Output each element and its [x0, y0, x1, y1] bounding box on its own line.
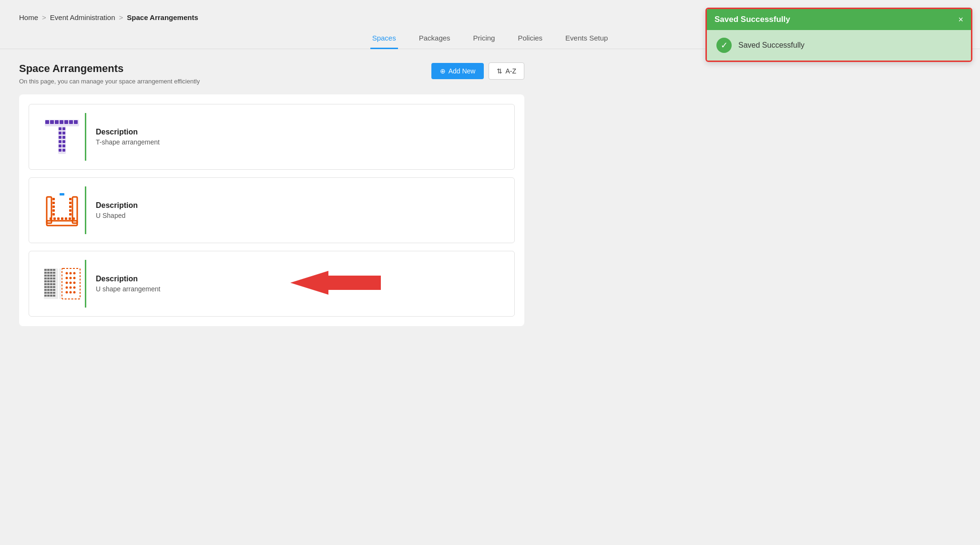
svg-rect-7 [74, 120, 78, 124]
svg-rect-47 [44, 272, 47, 274]
card-desc-2: U Shaped [96, 212, 505, 219]
u-shape-2-svg [43, 265, 81, 303]
arrangement-card[interactable]: Description T-shape arrangement [29, 104, 515, 170]
cards-container: Description T-shape arrangement [19, 94, 524, 326]
svg-rect-3 [55, 120, 59, 124]
tab-packages[interactable]: Packages [417, 29, 452, 49]
add-new-button[interactable]: ⊕ Add New [431, 63, 484, 79]
toast-close-button[interactable]: × [958, 15, 963, 24]
plus-icon: ⊕ [440, 67, 446, 75]
check-icon: ✓ [716, 38, 732, 53]
svg-rect-52 [47, 275, 50, 277]
svg-rect-78 [53, 292, 55, 294]
svg-point-89 [69, 277, 71, 279]
card-image-ushape [39, 186, 86, 234]
svg-rect-16 [62, 132, 65, 134]
svg-rect-35 [50, 217, 52, 220]
svg-rect-20 [62, 149, 65, 152]
page-header-text: Space Arrangements On this page, you can… [19, 62, 200, 85]
card-title-1: Description [96, 128, 505, 136]
svg-rect-43 [44, 269, 47, 271]
breadcrumb-event-admin[interactable]: Event Administration [50, 13, 115, 21]
page-subtitle: On this page, you can manage your space … [19, 78, 200, 85]
svg-rect-30 [69, 198, 71, 200]
svg-rect-19 [62, 144, 65, 147]
svg-rect-36 [53, 217, 56, 220]
t-shape-svg [43, 118, 81, 156]
svg-point-95 [69, 287, 71, 289]
tab-events-setup[interactable]: Events Setup [563, 29, 610, 49]
card-title-2: Description [96, 201, 505, 210]
page-wrapper: Home > Event Administration > Space Arra… [0, 0, 980, 545]
svg-rect-6 [69, 120, 73, 124]
svg-rect-10 [59, 132, 61, 134]
svg-rect-12 [59, 140, 61, 143]
svg-point-88 [65, 277, 68, 279]
svg-marker-101 [290, 271, 381, 295]
svg-rect-56 [47, 278, 50, 279]
svg-point-85 [65, 272, 68, 275]
svg-rect-64 [47, 283, 50, 285]
tab-pricing[interactable]: Pricing [471, 29, 497, 49]
svg-rect-75 [44, 292, 47, 294]
card-desc-1: T-shape arrangement [96, 138, 505, 146]
card-image-tshape [39, 113, 86, 161]
svg-rect-62 [53, 280, 55, 282]
svg-rect-54 [53, 275, 55, 277]
svg-rect-15 [62, 127, 65, 130]
svg-rect-81 [50, 295, 52, 297]
svg-rect-28 [52, 209, 55, 212]
svg-rect-51 [44, 275, 47, 277]
svg-rect-61 [50, 280, 52, 282]
svg-point-96 [73, 287, 75, 289]
toast-message: Saved Successfully [738, 41, 805, 50]
svg-point-94 [65, 287, 68, 289]
svg-rect-32 [69, 206, 71, 208]
arrow-annotation [286, 268, 381, 299]
page-header: Space Arrangements On this page, you can… [19, 62, 524, 85]
main-content: Space Arrangements On this page, you can… [0, 49, 543, 339]
svg-rect-76 [47, 292, 50, 294]
svg-rect-21 [60, 193, 64, 195]
arrangement-card-2[interactable]: Description U Shaped [29, 177, 515, 243]
svg-rect-67 [44, 286, 47, 288]
svg-rect-27 [52, 206, 55, 208]
svg-rect-44 [47, 269, 50, 271]
svg-rect-50 [53, 272, 55, 274]
toast-overlay: Saved Successfully × ✓ Saved Successfull… [705, 8, 972, 62]
svg-rect-9 [59, 127, 61, 130]
svg-rect-79 [44, 295, 47, 297]
svg-point-87 [73, 272, 75, 275]
svg-rect-49 [50, 272, 52, 274]
svg-rect-63 [44, 283, 47, 285]
svg-rect-46 [53, 269, 55, 271]
svg-rect-25 [52, 198, 55, 200]
toast-body: ✓ Saved Successfully [707, 30, 971, 61]
svg-point-86 [69, 272, 71, 275]
page-title: Space Arrangements [19, 62, 200, 75]
svg-rect-59 [44, 280, 47, 282]
sort-az-button[interactable]: ⇅ A-Z [489, 62, 524, 80]
arrangement-card-3[interactable]: Description U shape arrangement [29, 251, 515, 317]
tab-spaces[interactable]: Spaces [370, 29, 398, 49]
svg-rect-55 [44, 278, 47, 279]
header-actions: ⊕ Add New ⇅ A-Z [431, 62, 524, 80]
svg-rect-17 [62, 136, 65, 139]
svg-rect-45 [50, 269, 52, 271]
breadcrumb-home[interactable]: Home [19, 13, 38, 21]
tab-policies[interactable]: Policies [516, 29, 544, 49]
svg-rect-13 [59, 144, 61, 147]
svg-point-97 [65, 291, 68, 294]
sort-icon: ⇅ [497, 67, 502, 75]
svg-rect-60 [47, 280, 50, 282]
svg-rect-80 [47, 295, 50, 297]
svg-rect-72 [47, 289, 50, 291]
svg-rect-18 [62, 140, 65, 143]
svg-rect-31 [69, 202, 71, 204]
svg-rect-74 [53, 289, 55, 291]
svg-point-90 [73, 277, 75, 279]
svg-rect-14 [59, 149, 61, 152]
svg-rect-5 [64, 120, 68, 124]
toast-title: Saved Successfully [715, 15, 790, 24]
red-arrow-svg [286, 268, 381, 297]
